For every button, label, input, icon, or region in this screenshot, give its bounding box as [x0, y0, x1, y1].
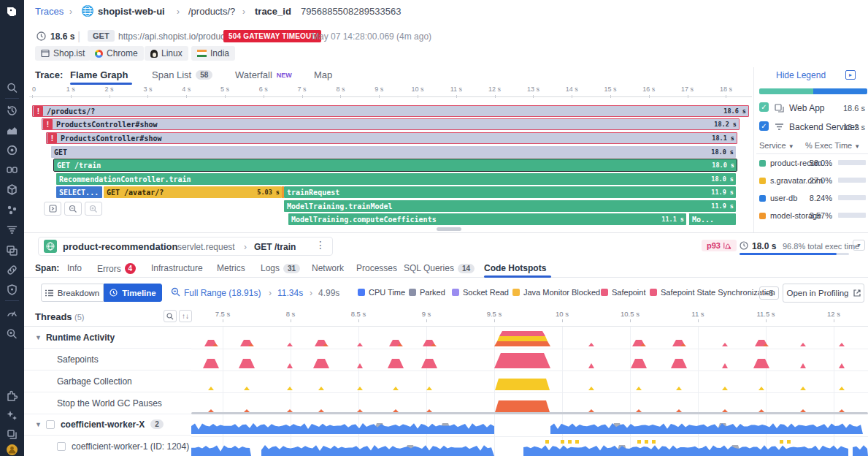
span-duration-clock-icon — [740, 241, 748, 250]
copilot-sparkle-icon[interactable] — [6, 409, 18, 422]
chip-india[interactable]: India — [191, 46, 235, 61]
security-shield-icon[interactable] — [6, 284, 18, 296]
tab-logs[interactable]: Logs31 — [261, 263, 300, 273]
tab-errors[interactable]: Errors4 — [97, 263, 136, 274]
zoom-out-button[interactable] — [64, 202, 82, 216]
service-column-header[interactable]: Service ▼ — [759, 141, 794, 150]
span-kebab-menu-icon[interactable]: ⋮ — [315, 239, 326, 251]
flame-scrollbar-thumb[interactable] — [437, 227, 461, 231]
thread-row-safepoints[interactable]: Safepoints — [24, 349, 191, 370]
service-name[interactable]: user-db — [770, 194, 797, 202]
linux-icon — [150, 50, 158, 58]
span-resource[interactable]: GET /train — [254, 242, 296, 252]
exec-time-column-header[interactable]: % Exec Time ▼ — [805, 141, 860, 150]
flame-span-products[interactable]: !/products/?18.6 s — [32, 105, 749, 117]
service-catalog-icon[interactable] — [6, 183, 18, 196]
legend-more-badge[interactable]: +5 — [759, 286, 779, 300]
tab-metrics[interactable]: Metrics — [217, 263, 245, 273]
thread-row-coefficient-worker-1[interactable]: coefficient-worker-1 (ID: 1204) — [24, 436, 191, 456]
worker-1-checkbox[interactable] — [57, 442, 66, 451]
watchdog-history-icon[interactable] — [6, 104, 18, 117]
timeline-scrollbar[interactable] — [191, 412, 868, 414]
datadog-logo-icon[interactable] — [6, 5, 18, 18]
worker-x-checkbox[interactable] — [46, 420, 55, 429]
breadcrumb-resource[interactable]: /products/? — [188, 6, 235, 17]
expand-panel-button[interactable] — [44, 202, 61, 216]
legend-parked[interactable]: Parked — [409, 288, 445, 297]
open-in-profiling-button[interactable]: Open in Profiling — [783, 284, 864, 303]
tab-info[interactable]: Info — [67, 263, 82, 273]
flame-span-train-request[interactable]: trainRequest11.9 s — [284, 186, 736, 198]
logs-icon[interactable] — [6, 224, 18, 236]
flame-span-controller-show-2[interactable]: !ProductsController#show18.1 s — [46, 132, 737, 144]
web-app-label[interactable]: Web App — [789, 103, 824, 113]
chip-linux[interactable]: Linux — [145, 46, 188, 61]
threads-search-button[interactable] — [164, 310, 177, 322]
flame-span-get[interactable]: GET18.0 s — [51, 146, 736, 158]
flame-span-recommendation-train[interactable]: RecommendationController.train18.0 s — [56, 173, 736, 185]
tab-span-list[interactable]: Span List58 — [152, 69, 212, 80]
range-link-1134[interactable]: 11.34s — [277, 288, 303, 298]
legend-cpu-time[interactable]: CPU Time — [358, 288, 405, 297]
flame-axis-tick: 16 s — [642, 86, 655, 93]
breadcrumb-traces-link[interactable]: Traces — [35, 6, 64, 17]
flame-span-controller-show[interactable]: !ProductsController#show18.2 s — [42, 118, 740, 130]
trace-id-value[interactable]: 7956885508289533563 — [301, 6, 401, 17]
flame-axis-tick: 18 s — [720, 86, 732, 93]
tab-sql-queries[interactable]: SQL Queries14 — [404, 263, 475, 273]
timeline-button[interactable]: Timeline — [104, 284, 162, 302]
web-app-checkbox[interactable]: ✓ — [759, 102, 769, 112]
backend-checkbox[interactable]: ✓ — [759, 121, 769, 131]
zoom-out-range-icon[interactable] — [171, 287, 180, 297]
hide-legend-link[interactable]: Hide Legend — [776, 70, 826, 80]
collapse-panel-icon[interactable]: ▸ — [845, 70, 856, 80]
chip-shopist[interactable]: Shop.ist — [35, 46, 91, 61]
service-dot — [759, 160, 766, 167]
integrations-puzzle-icon[interactable] — [6, 390, 18, 402]
tab-processes[interactable]: Processes — [356, 263, 397, 273]
watchdog-icon[interactable] — [6, 164, 18, 176]
apm-icon[interactable] — [6, 144, 18, 156]
breakdown-button[interactable]: Breakdown — [41, 284, 104, 302]
llm-observability-icon[interactable] — [6, 327, 18, 340]
rum-icon[interactable] — [6, 244, 18, 256]
flame-span-get-train-selected[interactable]: GET /train18.0 s — [54, 159, 737, 171]
span-service-name[interactable]: product-recommendation — [63, 241, 177, 252]
latency-percentile-badge[interactable]: p93 — [702, 240, 737, 251]
threads-sort-button[interactable]: ↑↓ — [179, 310, 192, 322]
full-range-link[interactable]: Full Range (18.91s) — [184, 288, 261, 298]
metrics-icon[interactable] — [6, 124, 18, 137]
user-avatar[interactable] — [6, 444, 18, 456]
flame-span-train-model[interactable]: ModelTraining.trainModel11.9 s — [284, 200, 736, 212]
backend-portion — [813, 88, 867, 94]
tab-waterfall[interactable]: WaterfallNEW — [235, 69, 292, 80]
legend-safepoint-state-sync[interactable]: Safepoint State Synchronization — [650, 288, 775, 297]
thread-row-garbage-collection[interactable]: Garbage Collection — [24, 370, 191, 392]
service-dot — [759, 195, 766, 202]
flame-span-compute-coefficients[interactable]: ModelTraining.computeCoefficients11.1 s — [288, 213, 686, 225]
flame-span-get-avatar[interactable]: GET /avatar/?5.03 s — [104, 186, 282, 198]
flame-span-select[interactable]: SELECT... — [56, 186, 102, 198]
zoom-in-button[interactable] — [85, 202, 102, 216]
tab-infrastructure[interactable]: Infrastructure — [151, 263, 203, 273]
workspaces-icon[interactable] — [6, 428, 18, 441]
monitors-gauge-icon[interactable] — [6, 307, 18, 319]
flame-span-truncated[interactable]: Mo... — [688, 213, 736, 225]
tab-flame-graph[interactable]: Flame Graph — [70, 69, 128, 80]
span-collapse-chevron[interactable]: ▾ — [853, 240, 865, 251]
tab-map[interactable]: Map — [314, 69, 332, 80]
chip-chrome[interactable]: Chrome — [89, 46, 144, 61]
tab-network[interactable]: Network — [312, 263, 344, 273]
thread-group-coefficient-worker-x[interactable]: ▼coefficient-worker-X2 — [24, 414, 191, 436]
breadcrumb-service[interactable]: shopist-web-ui — [98, 6, 165, 17]
tab-code-hotspots[interactable]: Code Hotspots — [484, 263, 546, 273]
api-link-icon[interactable] — [6, 264, 18, 276]
chevron-down-icon[interactable]: ▼ — [35, 421, 42, 428]
legend-socket-read[interactable]: Socket Read — [452, 288, 509, 297]
legend-safepoint[interactable]: Safepoint — [601, 288, 645, 297]
chevron-down-icon[interactable]: ▼ — [35, 334, 42, 341]
thread-row-stw-gc-pauses[interactable]: Stop the World GC Pauses — [24, 392, 191, 414]
processes-icon[interactable] — [6, 204, 18, 216]
thread-group-runtime-activity[interactable]: ▼Runtime Activity — [24, 327, 191, 349]
legend-java-monitor-blocked[interactable]: Java Monitor Blocked — [512, 288, 600, 297]
